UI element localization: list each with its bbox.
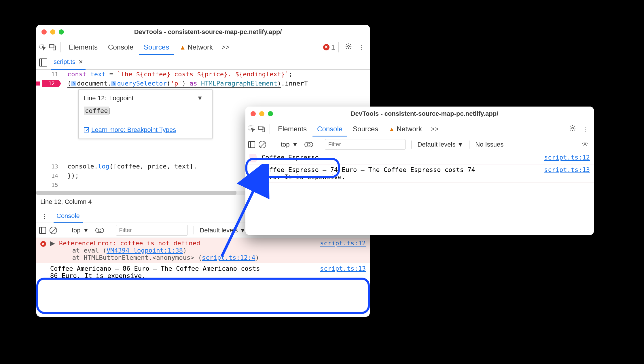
close-icon[interactable] — [251, 111, 256, 116]
log-text: Coffee Americano – 86 Euro – The Coffee … — [50, 265, 263, 279]
tab-sources[interactable]: Sources — [139, 40, 174, 55]
source-link[interactable]: script.ts:13 — [544, 166, 590, 173]
external-link-icon — [84, 127, 89, 132]
logpoint-flag-icon: 12 — [42, 80, 61, 87]
gutter-line-14[interactable]: 14 — [36, 171, 62, 180]
log-text: Coffee Espresso — [262, 154, 540, 161]
close-icon[interactable] — [41, 29, 47, 35]
kebab-menu-button[interactable]: ⋮ — [580, 126, 592, 132]
tab-network[interactable]: ▲Network — [384, 122, 427, 136]
console-log-row[interactable]: Coffee Americano – 86 Euro – The Coffee … — [36, 263, 370, 281]
error-icon: ✕ — [323, 44, 329, 50]
console-sidebar-toggle-icon[interactable] — [39, 227, 46, 234]
logpoint-popover: Line 12: Logpoint ▼ coffee Learn more: B… — [78, 89, 213, 139]
log-text: Coffee Espresso – 74 Euro – The Coffee E… — [262, 166, 495, 181]
warning-icon: ▲ — [179, 44, 186, 51]
live-expression-icon[interactable] — [304, 142, 313, 147]
live-expression-icon[interactable] — [95, 228, 104, 233]
gutter-line-13[interactable]: 13 — [36, 162, 62, 171]
tab-elements[interactable]: Elements — [273, 122, 311, 136]
expand-icon[interactable]: ▶ — [50, 240, 55, 247]
log-levels-dropdown[interactable]: Default levels ▼ — [200, 227, 246, 234]
gutter-line-11[interactable]: 11 — [36, 70, 62, 79]
devtools-window-console: DevTools - consistent-source-map-pc.netl… — [245, 107, 594, 235]
close-tab-icon[interactable]: ✕ — [78, 58, 83, 65]
error-icon: ✕ — [40, 241, 46, 247]
logpoint-dots-icon: •• — [36, 81, 40, 86]
warning-icon: ▲ — [389, 126, 395, 133]
settings-button[interactable] — [566, 125, 579, 133]
console-prompt[interactable]: › — [245, 183, 594, 192]
tab-network-label: Network — [397, 125, 422, 133]
window-title: DevTools - consistent-source-map-pc.netl… — [260, 110, 589, 117]
navigator-toggle-icon[interactable] — [39, 58, 47, 67]
source-link[interactable]: script.ts:13 — [320, 265, 366, 272]
popover-type-dropdown[interactable]: Logpoint — [109, 94, 133, 103]
device-toggle-icon[interactable] — [48, 43, 57, 52]
panel-tabs: Elements Console Sources ▲Network >> ✕ 1… — [36, 39, 370, 55]
svg-point-8 — [572, 127, 573, 129]
kebab-menu-button[interactable]: ⋮ — [356, 44, 368, 51]
learn-more-link[interactable]: Learn more: Breakpoint Types — [84, 125, 207, 134]
context-selector[interactable]: top ▼ — [278, 140, 301, 149]
tab-elements[interactable]: Elements — [64, 40, 102, 55]
error-message: ReferenceError: coffee is not defined — [59, 240, 316, 247]
gutter-line-15[interactable]: 15 — [36, 180, 62, 189]
more-tabs-button[interactable]: >> — [428, 125, 442, 133]
svg-point-3 — [348, 46, 349, 47]
panel-tabs: Elements Console Sources ▲Network >> ⋮ — [245, 121, 594, 137]
file-tab-script-ts[interactable]: script.ts ✕ — [51, 55, 86, 70]
console-messages: ✕ ▶ ReferenceError: coffee is not define… — [36, 238, 370, 281]
stack-link-vm[interactable]: VM4394 logpoint:1:38 — [107, 247, 183, 254]
context-selector[interactable]: top ▼ — [69, 225, 92, 235]
chevron-down-icon: ▼ — [83, 227, 89, 234]
console-toolbar: top ▼ Default levels ▼ No Issues — [245, 137, 594, 152]
tab-console[interactable]: Console — [103, 40, 138, 55]
console-messages: •• Coffee Espresso script.ts:12 Coffee E… — [245, 152, 594, 192]
error-count-badge[interactable]: ✕ 1 — [323, 43, 335, 51]
gutter-line-12-logpoint[interactable]: •• 12 — [36, 79, 62, 88]
log-levels-dropdown[interactable]: Default levels ▼ — [417, 141, 463, 148]
device-toggle-icon[interactable] — [257, 125, 266, 133]
console-error-row[interactable]: ✕ ▶ ReferenceError: coffee is not define… — [36, 238, 370, 263]
tab-network-label: Network — [187, 43, 213, 51]
console-filter-input[interactable] — [325, 139, 406, 150]
logpoint-badge-icon: •• — [249, 154, 257, 162]
clear-console-icon[interactable] — [50, 227, 57, 234]
chevron-down-icon[interactable]: ▼ — [197, 94, 203, 103]
console-sidebar-toggle-icon[interactable] — [248, 141, 255, 148]
console-log-row[interactable]: Coffee Espresso – 74 Euro – The Coffee E… — [245, 164, 594, 183]
window-title: DevTools - consistent-source-map-pc.netl… — [51, 28, 365, 36]
inspect-icon[interactable] — [39, 43, 47, 52]
svg-point-9 — [584, 143, 586, 145]
console-settings-icon[interactable] — [579, 141, 591, 149]
file-tab-label: script.ts — [54, 58, 75, 66]
file-tab-row: script.ts ✕ — [36, 55, 370, 70]
issues-button[interactable]: No Issues — [475, 141, 503, 148]
source-link[interactable]: script.ts:12 — [320, 240, 366, 247]
drawer-tab-console[interactable]: Console — [54, 209, 83, 223]
tab-network[interactable]: ▲Network — [175, 40, 217, 55]
titlebar: DevTools - consistent-source-map-pc.netl… — [245, 107, 594, 121]
more-tabs-button[interactable]: >> — [219, 43, 232, 51]
cursor-position: Line 12, Column 4 — [40, 198, 92, 206]
chevron-down-icon: ▼ — [292, 141, 298, 148]
console-filter-input[interactable] — [116, 225, 188, 236]
popover-line-label: Line 12: — [84, 94, 106, 103]
tab-console[interactable]: Console — [312, 122, 347, 136]
drawer-kebab-button[interactable]: ⋮ — [39, 213, 50, 219]
settings-button[interactable] — [342, 43, 355, 52]
stack-link-script[interactable]: script.ts:12:4 — [202, 254, 255, 261]
clear-console-icon[interactable] — [259, 141, 266, 148]
titlebar: DevTools - consistent-source-map-pc.netl… — [36, 25, 370, 39]
source-link[interactable]: script.ts:12 — [544, 154, 590, 161]
console-logpoint-row[interactable]: •• Coffee Espresso script.ts:12 — [245, 152, 594, 164]
logpoint-expression-input[interactable]: coffee — [84, 107, 109, 115]
inspect-icon[interactable] — [248, 125, 256, 133]
tab-sources[interactable]: Sources — [348, 122, 383, 136]
